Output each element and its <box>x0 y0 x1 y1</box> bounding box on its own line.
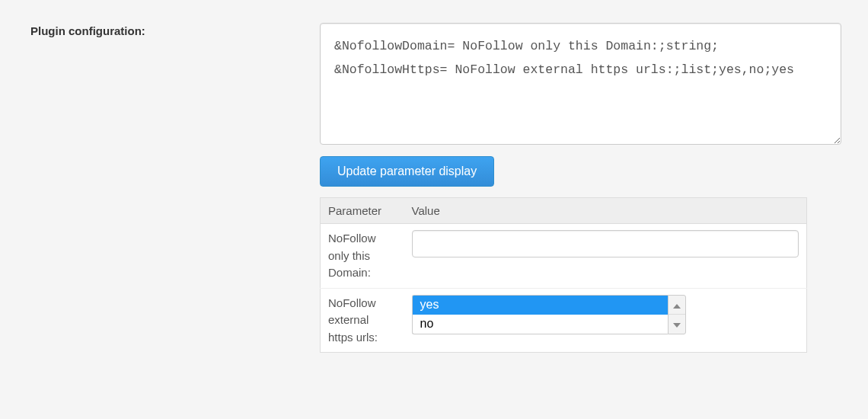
table-row: NoFollow only this Domain: <box>321 224 807 289</box>
scroll-up-button[interactable] <box>669 296 685 315</box>
parameter-header: Parameter <box>321 198 404 224</box>
select-option-yes[interactable]: yes <box>413 296 668 315</box>
value-header: Value <box>404 198 807 224</box>
update-parameter-display-button[interactable]: Update parameter display <box>320 156 494 187</box>
parameter-table: Parameter Value NoFollow only this Domai… <box>320 197 807 353</box>
parameter-name: NoFollow only this Domain: <box>321 224 404 289</box>
table-row: NoFollow external https urls: yes no <box>321 288 807 353</box>
parameter-name: NoFollow external https urls: <box>321 288 404 353</box>
plugin-config-textarea[interactable] <box>320 23 841 145</box>
chevron-down-icon <box>673 315 681 333</box>
nofollow-domain-input[interactable] <box>412 230 799 257</box>
chevron-up-icon <box>673 296 681 314</box>
nofollow-https-select[interactable]: yes no <box>412 295 668 334</box>
select-option-no[interactable]: no <box>413 315 668 334</box>
plugin-config-label: Plugin configuration: <box>0 23 320 37</box>
scroll-down-button[interactable] <box>669 314 685 334</box>
